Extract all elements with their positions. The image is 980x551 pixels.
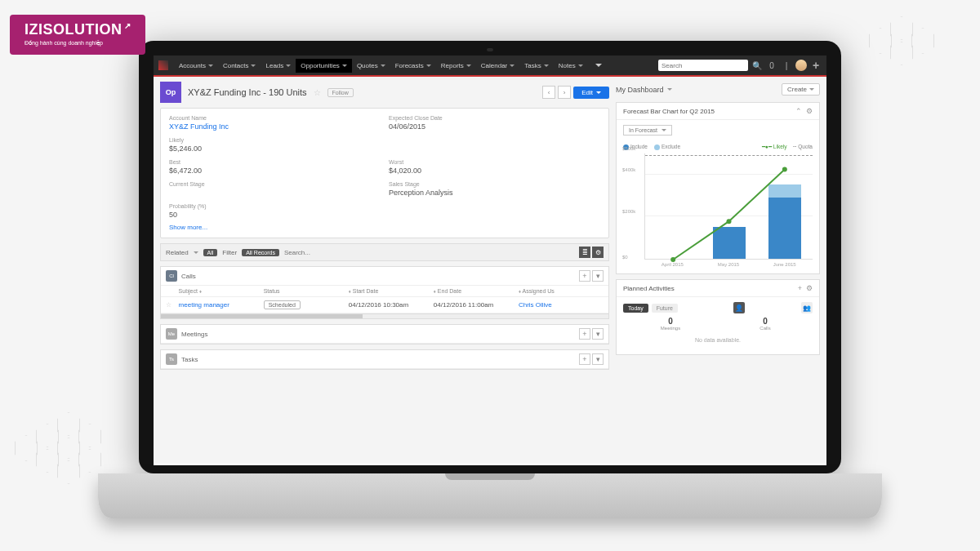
calls-table-header: Subject ♦ Status ♦ Start Date ♦ End Date…	[161, 286, 608, 297]
tab-future[interactable]: Future	[652, 304, 678, 313]
add-icon[interactable]: +	[798, 284, 802, 292]
nav-item-forecasts[interactable]: Forecasts	[390, 59, 436, 73]
related-label[interactable]: Related	[166, 249, 189, 256]
field-current-stage: Current Stage	[169, 181, 381, 197]
search-icon[interactable]: 🔍	[751, 60, 763, 71]
forecast-chart: Include Exclude ━●━ Likely ┄ Quota $0 $2…	[617, 140, 819, 273]
nav-item-leads[interactable]: Leads	[261, 59, 296, 73]
filter-all-pill[interactable]: All	[203, 249, 218, 256]
nav-item-notes[interactable]: Notes	[554, 59, 588, 73]
call-subject-link[interactable]: meeting manager	[179, 301, 264, 309]
app-logo-icon[interactable]	[158, 60, 168, 70]
tasks-badge-icon: Ts	[166, 353, 177, 365]
svg-point-2	[782, 167, 787, 172]
field-account-name: Account NameXY&Z Funding Inc	[169, 115, 381, 131]
brand-badge: IZISOLUTION↗ Đồng hành cùng doanh nghiệp	[10, 15, 145, 55]
notification-icon[interactable]: 0	[766, 60, 777, 71]
planned-stats: 0Meetings 0Calls	[623, 317, 813, 331]
brand-name: IZISOLUTION↗	[24, 21, 131, 38]
calls-badge-icon: Cl	[166, 270, 177, 282]
planned-title: Planned Activities	[623, 285, 675, 292]
tasks-title: Tasks	[181, 356, 198, 363]
calls-panel: Cl Calls +▾ Subject ♦ Status ♦ Start Dat…	[160, 266, 609, 319]
gear-icon[interactable]: ⚙	[806, 107, 813, 115]
field-probability: Probability (%)50	[169, 203, 381, 219]
field-worst: Worst$4,020.00	[389, 159, 600, 175]
nav-item-accounts[interactable]: Accounts	[174, 59, 218, 73]
panel-collapse-button[interactable]: ▾	[592, 270, 604, 282]
forecast-chart-dashlet: Forecast Bar Chart for Q2 2015⌃⚙ In Fore…	[616, 102, 820, 274]
nav-item-contacts[interactable]: Contacts	[218, 59, 261, 73]
field-expected-close: Expected Close Date04/06/2015	[389, 115, 600, 131]
field-sales-stage: Sales StagePerception Analysis	[389, 181, 600, 197]
field-likely: Likely$5,246.00	[169, 137, 381, 153]
no-data-message: No data available.	[623, 334, 813, 349]
prev-record-button[interactable]: ‹	[542, 86, 555, 99]
list-view-icon[interactable]: ≣	[579, 247, 590, 258]
panel-add-button[interactable]: +	[579, 270, 590, 282]
nav-item-reports[interactable]: Reports	[436, 59, 476, 73]
nav-item-opportunities[interactable]: Opportunities	[296, 59, 352, 73]
filter-records-pill[interactable]: All Records	[242, 249, 279, 256]
user-avatar[interactable]	[795, 60, 807, 71]
app-screen: AccountsContactsLeadsOpportunitiesQuotes…	[154, 56, 826, 465]
next-record-button[interactable]: ›	[558, 86, 571, 99]
show-more-link[interactable]: Show more...	[169, 224, 600, 231]
svg-point-1	[727, 219, 732, 224]
camera-icon	[487, 48, 493, 51]
planned-activities-dashlet: Planned Activities+⚙ Today Future 👤 👥 0M…	[616, 279, 820, 355]
create-button[interactable]: Create	[782, 83, 820, 96]
assigned-user-link[interactable]: Chris Ollive	[519, 301, 604, 309]
panel-collapse-button[interactable]: ▾	[592, 328, 604, 340]
field-best: Best$6,472.00	[169, 159, 381, 175]
group-filter-icon[interactable]: 👥	[801, 302, 813, 313]
related-search-input[interactable]	[284, 249, 574, 256]
tab-today[interactable]: Today	[623, 304, 648, 313]
tasks-panel: TsTasks+▾	[160, 349, 609, 370]
svg-point-0	[670, 257, 675, 262]
record-detail-card: Account NameXY&Z Funding Inc Expected Cl…	[160, 108, 609, 238]
forecast-filter-dropdown[interactable]: In Forecast	[623, 125, 672, 136]
collapse-icon[interactable]: ⌃	[795, 107, 802, 115]
global-search-input[interactable]	[658, 60, 748, 71]
quick-create-button[interactable]: +	[810, 60, 822, 71]
record-header: Op XY&Z Funding Inc - 190 Units ☆ Follow…	[160, 82, 609, 103]
gear-icon[interactable]: ⚙	[806, 284, 813, 292]
divider: |	[781, 60, 792, 71]
caret-down-icon	[194, 251, 198, 254]
record-title: XY&Z Funding Inc - 190 Units	[188, 87, 307, 97]
top-nav: AccountsContactsLeadsOpportunitiesQuotes…	[154, 56, 826, 75]
user-filter-icon[interactable]: 👤	[733, 302, 745, 313]
caret-down-icon	[667, 88, 672, 91]
row-star-icon[interactable]: ☆	[166, 301, 172, 309]
panel-collapse-button[interactable]: ▾	[592, 353, 604, 365]
status-badge: Scheduled	[264, 300, 301, 309]
follow-button[interactable]: Follow	[327, 88, 354, 97]
nav-item-tasks[interactable]: Tasks	[519, 59, 553, 73]
caret-down-icon	[662, 129, 666, 131]
dashboard-title[interactable]: My Dashboard	[616, 86, 664, 94]
settings-icon[interactable]: ⚙	[592, 247, 604, 258]
dashboard-header: My Dashboard Create	[616, 82, 820, 97]
edit-button[interactable]: Edit	[573, 87, 609, 99]
brand-tagline: Đồng hành cùng doanh nghiệp	[24, 40, 131, 47]
chart-legend: Include Exclude ━●━ Likely ┄ Quota	[623, 144, 813, 150]
panel-add-button[interactable]: +	[579, 353, 590, 365]
laptop-frame: AccountsContactsLeadsOpportunitiesQuotes…	[98, 41, 882, 531]
nav-item-quotes[interactable]: Quotes	[352, 59, 390, 73]
meetings-badge-icon: Me	[166, 328, 177, 340]
module-icon: Op	[160, 82, 181, 103]
caret-down-icon	[809, 88, 814, 91]
table-row[interactable]: ☆ meeting manager Scheduled 04/12/2016 1…	[161, 297, 608, 313]
meetings-title: Meetings	[181, 331, 207, 338]
related-toolbar: Related All Filter All Records ≣ ⚙	[160, 243, 609, 261]
filter-label: Filter	[222, 249, 237, 256]
calls-title: Calls	[181, 273, 196, 280]
nav-more-icon[interactable]	[595, 64, 602, 67]
panel-add-button[interactable]: +	[579, 328, 590, 340]
nav-item-calendar[interactable]: Calendar	[476, 59, 519, 73]
caret-down-icon	[596, 91, 601, 94]
favorite-star-icon[interactable]: ☆	[314, 88, 321, 97]
horizontal-scrollbar[interactable]	[161, 313, 608, 318]
forecast-title: Forecast Bar Chart for Q2 2015	[623, 108, 715, 115]
